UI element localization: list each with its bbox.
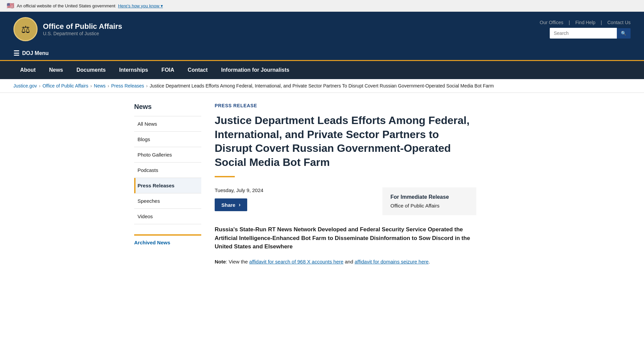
doj-seal: ⚖ bbox=[13, 17, 38, 41]
breadcrumb-current: Justice Department Leads Efforts Among F… bbox=[150, 83, 494, 88]
note-prefix: Note bbox=[215, 259, 226, 264]
release-org: Office of Public Affairs bbox=[390, 203, 468, 208]
sidebar-link-blogs[interactable]: Blogs bbox=[134, 132, 201, 147]
meta-row: Tuesday, July 9, 2024 Share › For Immedi… bbox=[215, 187, 476, 215]
how-you-know-link[interactable]: Here's how you know ▾ bbox=[118, 3, 163, 8]
nav-item-contact[interactable]: Contact bbox=[181, 61, 215, 79]
article-note: Note: View the affidavit for search of 9… bbox=[215, 258, 476, 266]
archived-news-link[interactable]: Archived News bbox=[134, 240, 170, 245]
nav-link-foia[interactable]: FOIA bbox=[155, 61, 181, 79]
arrow-icon: › bbox=[239, 202, 240, 208]
note-suffix: . bbox=[429, 259, 430, 264]
nav-item-internships[interactable]: Internships bbox=[112, 61, 155, 79]
search-button[interactable]: 🔍 bbox=[617, 28, 631, 39]
breadcrumb-opa[interactable]: Office of Public Affairs bbox=[43, 83, 88, 88]
note-and: and bbox=[343, 259, 355, 264]
note-text: : View the bbox=[226, 259, 249, 264]
meta-left: Tuesday, July 9, 2024 Share › bbox=[215, 187, 369, 211]
doj-menu-button[interactable]: ☰ DOJ Menu bbox=[13, 49, 49, 57]
affidavit-link-1[interactable]: affidavit for search of 968 X accounts h… bbox=[249, 259, 343, 264]
nav-item-journalists[interactable]: Information for Journalists bbox=[214, 61, 296, 79]
share-label: Share bbox=[221, 202, 235, 208]
nav-link-about[interactable]: About bbox=[13, 61, 42, 79]
gov-banner: 🇺🇸 An official website of the United Sta… bbox=[0, 0, 644, 12]
doj-menu-bar: ☰ DOJ Menu bbox=[0, 47, 644, 61]
our-offices-link[interactable]: Our Offices bbox=[540, 20, 564, 25]
org-title: Office of Public Affairs bbox=[43, 22, 122, 31]
sidebar-item-podcasts[interactable]: Podcasts bbox=[134, 163, 201, 178]
press-release-label: PRESS RELEASE bbox=[215, 103, 476, 108]
sidebar-nav: All News Blogs Photo Galleries Podcasts … bbox=[134, 116, 201, 224]
archived-news-box: Archived News bbox=[134, 234, 201, 246]
nav-link-news[interactable]: News bbox=[42, 61, 70, 79]
sidebar-item-photo-galleries[interactable]: Photo Galleries bbox=[134, 147, 201, 163]
share-button[interactable]: Share › bbox=[215, 198, 247, 211]
gov-banner-text: An official website of the United States… bbox=[17, 3, 115, 8]
sidebar-link-press-releases[interactable]: Press Releases bbox=[136, 178, 201, 193]
nav-item-news[interactable]: News bbox=[42, 61, 70, 79]
search-bar: 🔍 bbox=[550, 28, 631, 39]
nav-item-about[interactable]: About bbox=[13, 61, 42, 79]
main-nav: About News Documents Internships FOIA Co… bbox=[0, 61, 644, 79]
header-links: Our Offices | Find Help | Contact Us bbox=[540, 20, 631, 25]
sidebar-link-podcasts[interactable]: Podcasts bbox=[134, 163, 201, 178]
doj-menu-label: DOJ Menu bbox=[22, 50, 49, 56]
immediate-release-label: For Immediate Release bbox=[390, 194, 468, 200]
sidebar-item-videos[interactable]: Videos bbox=[134, 209, 201, 224]
sidebar-item-all-news[interactable]: All News bbox=[134, 116, 201, 132]
nav-item-foia[interactable]: FOIA bbox=[155, 61, 181, 79]
nav-link-journalists[interactable]: Information for Journalists bbox=[214, 61, 296, 79]
content-area: News All News Blogs Photo Galleries Podc… bbox=[121, 93, 523, 354]
flag-icon: 🇺🇸 bbox=[7, 2, 14, 9]
sidebar-item-blogs[interactable]: Blogs bbox=[134, 132, 201, 147]
title-underline bbox=[215, 176, 235, 177]
sidebar-link-speeches[interactable]: Speeches bbox=[134, 193, 201, 208]
find-help-link[interactable]: Find Help bbox=[575, 20, 595, 25]
search-input[interactable] bbox=[550, 28, 617, 39]
nav-link-documents[interactable]: Documents bbox=[70, 61, 112, 79]
sidebar: News All News Blogs Photo Galleries Podc… bbox=[134, 103, 201, 344]
sidebar-title: News bbox=[134, 103, 201, 111]
org-name: Office of Public Affairs U.S. Department… bbox=[43, 22, 122, 36]
breadcrumb-justice-gov[interactable]: Justice.gov bbox=[13, 83, 37, 88]
nav-link-contact[interactable]: Contact bbox=[181, 61, 215, 79]
affidavit-link-2[interactable]: affidavit for domains seizure here bbox=[355, 259, 429, 264]
main-content: PRESS RELEASE Justice Department Leads E… bbox=[215, 103, 476, 344]
article-summary: Russia's State-Run RT News Network Devel… bbox=[215, 225, 476, 251]
sidebar-link-photo-galleries[interactable]: Photo Galleries bbox=[134, 147, 201, 162]
site-logo: ⚖ Office of Public Affairs U.S. Departme… bbox=[13, 17, 122, 41]
site-header: ⚖ Office of Public Affairs U.S. Departme… bbox=[0, 12, 644, 47]
sidebar-item-press-releases[interactable]: Press Releases bbox=[134, 178, 201, 193]
header-right: Our Offices | Find Help | Contact Us 🔍 bbox=[540, 20, 631, 39]
article-title: Justice Department Leads Efforts Among F… bbox=[215, 114, 476, 169]
contact-us-link[interactable]: Contact Us bbox=[607, 20, 631, 25]
sidebar-item-speeches[interactable]: Speeches bbox=[134, 193, 201, 209]
nav-link-internships[interactable]: Internships bbox=[112, 61, 155, 79]
seal-icon: ⚖ bbox=[21, 23, 30, 35]
nav-item-documents[interactable]: Documents bbox=[70, 61, 112, 79]
dept-name: U.S. Department of Justice bbox=[43, 31, 122, 36]
sidebar-link-videos[interactable]: Videos bbox=[134, 209, 201, 224]
breadcrumb-press-releases[interactable]: Press Releases bbox=[111, 83, 144, 88]
article-date: Tuesday, July 9, 2024 bbox=[215, 187, 369, 193]
search-icon: 🔍 bbox=[621, 31, 627, 36]
breadcrumb-news[interactable]: News bbox=[94, 83, 106, 88]
hamburger-icon: ☰ bbox=[13, 49, 19, 57]
immediate-release-box: For Immediate Release Office of Public A… bbox=[382, 187, 476, 215]
breadcrumb: Justice.gov › Office of Public Affairs ›… bbox=[0, 79, 644, 93]
sidebar-link-all-news[interactable]: All News bbox=[134, 116, 201, 131]
